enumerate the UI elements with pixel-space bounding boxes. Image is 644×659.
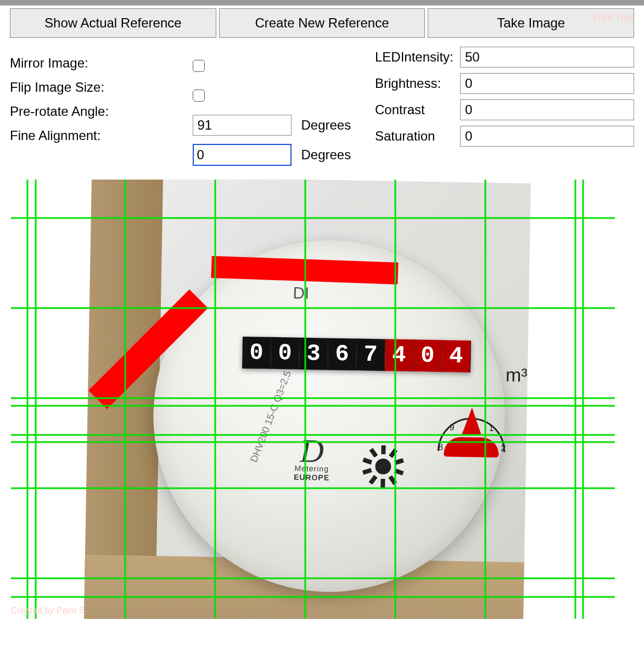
meter-subdial: 8 9 0 1 2 [427, 390, 517, 480]
digit: 0 [271, 337, 300, 370]
mirror-checkbox[interactable] [193, 60, 205, 72]
show-reference-button[interactable]: Show Actual Reference [10, 8, 216, 38]
mirror-label: Mirror Image: [10, 55, 193, 71]
digit: 0 [413, 339, 443, 372]
saturation-label: Saturation [375, 129, 460, 144]
meter-photo: DHV200 15-C Q3=2.5 R160 DI 0 0 3 6 7 4 0… [84, 180, 531, 619]
window-titlebar [0, 0, 644, 5]
svg-rect-10 [369, 448, 378, 458]
svg-rect-5 [388, 475, 397, 485]
flip-label: Flip Image Size: [10, 80, 193, 95]
take-image-button[interactable]: Take Image [428, 8, 634, 38]
contrast-label: Contrast [375, 102, 460, 118]
prerotate-label: Pre-rotate Angle: [10, 104, 193, 119]
camera-preview: DHV200 15-C Q3=2.5 R160 DI 0 0 3 6 7 4 0… [11, 180, 615, 619]
svg-rect-7 [369, 475, 378, 485]
contrast-input[interactable] [460, 99, 634, 120]
toolbar: Show Actual Reference Create New Referen… [0, 5, 644, 38]
svg-rect-3 [394, 458, 404, 465]
digit: 0 [242, 337, 271, 369]
tick: 8 [438, 442, 443, 451]
digit: 3 [299, 338, 328, 370]
digit: 7 [356, 339, 385, 371]
fine-alignment-label: Fine Alignment: [10, 128, 193, 143]
meter-unit: m³ [505, 364, 527, 386]
brightness-label: Brightness: [375, 76, 460, 91]
saturation-input[interactable] [460, 126, 634, 147]
svg-rect-1 [381, 445, 385, 454]
digit: 4 [442, 340, 471, 372]
prerotate-input[interactable] [193, 115, 292, 136]
tick: 1 [489, 423, 494, 433]
prerotate-unit: Degrees [301, 118, 351, 133]
svg-rect-4 [394, 468, 404, 476]
tick: 9 [450, 423, 455, 432]
fine-alignment-unit: Degrees [301, 147, 351, 163]
gear-icon [361, 444, 405, 489]
meter-logo: D Metering EUROPE [256, 437, 367, 482]
led-label: LEDIntensity: [375, 49, 460, 65]
controls-panel: Mirror Image: Flip Image Size: Pre-rotat… [0, 38, 644, 166]
create-reference-button[interactable]: Create New Reference [219, 8, 425, 38]
digit: 6 [328, 338, 357, 371]
meter-digits: 0 0 3 6 7 4 0 4 [242, 337, 471, 372]
svg-point-0 [375, 459, 391, 474]
svg-rect-2 [389, 448, 397, 458]
svg-rect-8 [362, 468, 372, 474]
brightness-input[interactable] [460, 73, 634, 94]
svg-rect-9 [362, 457, 372, 465]
flip-checkbox[interactable] [193, 90, 205, 102]
digit: 4 [385, 339, 414, 371]
led-input[interactable] [460, 47, 634, 68]
tick: 2 [501, 443, 506, 453]
fine-alignment-input[interactable] [193, 144, 292, 166]
svg-rect-6 [380, 479, 385, 488]
